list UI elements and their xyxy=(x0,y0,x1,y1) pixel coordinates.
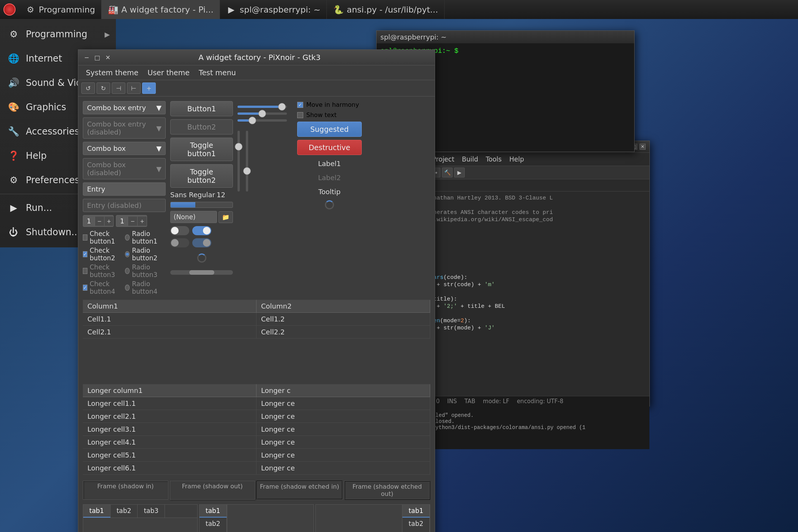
spin-plus-2[interactable]: + xyxy=(137,217,147,226)
toolbar-back-btn[interactable]: ↺ xyxy=(81,82,95,94)
check-button-3-box xyxy=(83,268,87,274)
spin-box-1[interactable]: 1 − + xyxy=(83,215,114,227)
vscale-2-track xyxy=(246,131,248,192)
file-chooser-btn[interactable]: 📁 xyxy=(218,211,233,223)
tree-row-1[interactable]: Cell1.1 Cell1.2 xyxy=(83,313,430,326)
sidebar-graphics-label: Graphics xyxy=(26,102,66,112)
tab-3-tab2[interactable]: tab2 xyxy=(402,518,430,530)
scale-panel xyxy=(238,101,293,295)
programming-icon: ⚙ xyxy=(25,4,36,15)
radio-button-2-circle[interactable] xyxy=(125,251,130,257)
radio-button-2[interactable]: Radio button2 xyxy=(125,247,166,262)
code-tool-run[interactable]: ▶ xyxy=(454,168,465,177)
spin-row: 1 − + 1 − + xyxy=(83,215,166,227)
tab-3-tab3[interactable]: tab3 xyxy=(402,530,430,532)
vscale-2 xyxy=(246,131,248,192)
tree-row-2[interactable]: Cell2.1 Cell2.2 xyxy=(83,326,430,339)
tab-2-tab3[interactable]: tab3 xyxy=(200,530,227,532)
taskbar-widget-factory[interactable]: 🏭 A widget factory - Pi... xyxy=(101,0,220,19)
check-button-2[interactable]: ✓ Check button2 xyxy=(83,247,124,262)
window-maximize-btn[interactable]: □ xyxy=(93,54,101,61)
entry-field[interactable]: Entry xyxy=(83,182,166,196)
hscale-1-thumb[interactable] xyxy=(278,103,286,111)
move-harmony-checkbox[interactable]: ✓ xyxy=(297,102,303,108)
vscale-1-track xyxy=(238,131,240,192)
tree-long-row-1[interactable]: Longer cell1.1 Longer ce xyxy=(83,397,430,410)
spin-minus-1[interactable]: − xyxy=(95,217,104,226)
toggle-button-1[interactable]: Toggle button1 xyxy=(170,138,233,161)
taskbar-logo[interactable] xyxy=(0,0,19,19)
toolbar-refresh-btn[interactable]: ↻ xyxy=(97,82,110,94)
frame-row: Frame (shadow in) Frame (shadow out) Fra… xyxy=(83,481,430,500)
destructive-button[interactable]: Destructive xyxy=(297,140,362,155)
tab-2-tab1[interactable]: tab1 xyxy=(200,505,227,518)
radio-button-1[interactable]: Radio button1 xyxy=(125,230,166,245)
tree-long-cell-4-2: Longer ce xyxy=(256,436,430,448)
tab-1-tab3[interactable]: tab3 xyxy=(138,505,165,518)
tab-3-tab1[interactable]: tab1 xyxy=(402,505,430,518)
sidebar-shutdown-label: Shutdown... xyxy=(26,227,80,238)
hscale-3-thumb[interactable] xyxy=(249,117,256,124)
hscale-2-thumb[interactable] xyxy=(258,110,266,117)
tree-col-1[interactable]: Column1 xyxy=(83,300,256,312)
tree-col-2[interactable]: Column2 xyxy=(256,300,430,312)
tab-1-tab2[interactable]: tab2 xyxy=(111,505,138,518)
vscale-2-thumb[interactable] xyxy=(243,167,251,175)
tree-long-col-1[interactable]: Longer column1 xyxy=(83,384,256,397)
check-button-1-box[interactable] xyxy=(83,234,87,241)
tab-1-tab1[interactable]: tab1 xyxy=(83,505,111,518)
suggested-button[interactable]: Suggested xyxy=(297,122,362,137)
taskbar-widget-label: A widget factory - Pi... xyxy=(121,5,214,14)
sidebar-item-programming[interactable]: ⚙ Programming ▶ xyxy=(0,22,116,46)
code-menu-help[interactable]: Help xyxy=(505,154,528,165)
check-button-1[interactable]: Check button1 xyxy=(83,230,124,245)
toolbar-add-btn[interactable]: + xyxy=(142,82,156,94)
window-close-btn[interactable]: ✕ xyxy=(104,54,112,61)
menu-system-theme[interactable]: System theme xyxy=(81,67,143,78)
tree-long-row-3[interactable]: Longer cell3.1 Longer ce xyxy=(83,423,430,436)
combo-box[interactable]: Combo box ▼ xyxy=(83,142,166,155)
show-text-check[interactable]: Show text xyxy=(297,111,362,119)
check-button-2-box[interactable]: ✓ xyxy=(83,251,87,257)
window-minimize-btn[interactable]: − xyxy=(83,54,90,61)
tree-long-row-2[interactable]: Longer cell2.1 Longer ce xyxy=(83,410,430,423)
progress-bar-fill xyxy=(171,202,195,207)
combo-box-entry[interactable]: Combo box entry ▼ xyxy=(83,101,166,114)
file-chooser-entry[interactable]: (None) xyxy=(170,211,217,223)
tree-long-row-6[interactable]: Longer cell6.1 Longer ce xyxy=(83,462,430,475)
scrollbar-thumb[interactable] xyxy=(189,270,214,275)
radio-button-1-circle[interactable] xyxy=(125,234,130,241)
switch-2[interactable] xyxy=(192,226,211,235)
window-title: A widget factory - PiXnoir - Gtk3 xyxy=(112,53,407,62)
taskbar-programming[interactable]: ⚙ Programming xyxy=(19,0,101,19)
spin-minus-2[interactable]: − xyxy=(128,217,137,226)
button-1[interactable]: Button1 xyxy=(170,101,233,116)
tooltip-label: Tooltip xyxy=(297,186,362,197)
tab-widget-3: tab1 tab2 tab3 xyxy=(315,504,430,532)
tree-long-row-4[interactable]: Longer cell4.1 Longer ce xyxy=(83,436,430,449)
spin-box-2[interactable]: 1 − + xyxy=(116,215,147,227)
taskbar-terminal[interactable]: ▶ spl@raspberrypi: ~ xyxy=(220,0,327,19)
code-menu-build[interactable]: Build xyxy=(458,154,482,165)
toolbar-next-btn[interactable]: ⊢ xyxy=(127,82,141,94)
switch-1[interactable] xyxy=(170,226,189,235)
radio-button-4: Radio button4 xyxy=(125,280,166,295)
tabs-row: tab1 tab2 tab3 tab1 tab2 tab3 tab1 xyxy=(83,504,430,532)
button-2: Button2 xyxy=(170,119,233,135)
menu-user-theme[interactable]: User theme xyxy=(143,67,194,78)
tree-long-col-2[interactable]: Longer c xyxy=(256,384,430,397)
taskbar-items: ⚙ Programming 🏭 A widget factory - Pi...… xyxy=(19,0,798,19)
window-titlebar: − □ ✕ A widget factory - PiXnoir - Gtk3 xyxy=(78,50,435,65)
tab-2-tab2[interactable]: tab2 xyxy=(200,518,227,530)
code-menu-tools[interactable]: Tools xyxy=(482,154,505,165)
move-harmony-check[interactable]: ✓ Move in harmony xyxy=(297,101,362,108)
menu-test-menu[interactable]: Test menu xyxy=(194,67,241,78)
vscale-1-thumb[interactable] xyxy=(235,143,242,150)
show-text-checkbox[interactable] xyxy=(297,112,303,118)
toolbar-prev-btn[interactable]: ⊣ xyxy=(112,82,125,94)
tree-long-row-5[interactable]: Longer cell5.1 Longer ce xyxy=(83,449,430,462)
spin-plus-1[interactable]: + xyxy=(104,217,114,226)
code-window-close[interactable]: ✕ xyxy=(640,144,646,150)
taskbar-python[interactable]: 🐍 ansi.py - /usr/lib/pyt... xyxy=(327,0,444,19)
code-tool-build[interactable]: 🔨 xyxy=(442,168,453,177)
